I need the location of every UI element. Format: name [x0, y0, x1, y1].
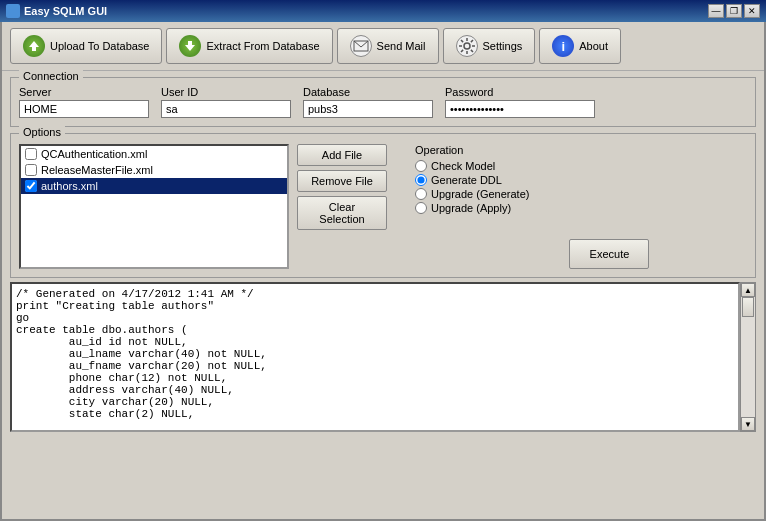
file-list[interactable]: QCAuthentication.xml ReleaseMasterFile.x… [19, 144, 289, 269]
check-model-option[interactable]: Check Model [415, 160, 529, 172]
minimize-button[interactable]: — [708, 4, 724, 18]
send-mail-button[interactable]: Send Mail [337, 28, 439, 64]
password-input[interactable] [445, 100, 595, 118]
file-action-buttons: Add File Remove File Clear Selection [297, 144, 387, 269]
upgrade-generate-option[interactable]: Upgrade (Generate) [415, 188, 529, 200]
svg-rect-1 [32, 47, 36, 51]
userid-field: User ID [161, 86, 291, 118]
svg-marker-0 [29, 41, 39, 47]
about-button[interactable]: i About [539, 28, 621, 64]
toolbar: Upload To Database Extract From Database… [2, 22, 764, 71]
upgrade-apply-option[interactable]: Upgrade (Apply) [415, 202, 529, 214]
server-field: Server [19, 86, 149, 118]
settings-icon [456, 35, 478, 57]
generate-ddl-label: Generate DDL [431, 174, 502, 186]
file-list-item[interactable]: QCAuthentication.xml [21, 146, 287, 162]
options-legend: Options [19, 126, 65, 138]
server-label: Server [19, 86, 149, 98]
title-bar-text: Easy SQLM GUI [24, 5, 107, 17]
connection-group: Connection Server User ID Database Passw… [10, 77, 756, 127]
password-label: Password [445, 86, 595, 98]
scroll-down-button[interactable]: ▼ [741, 417, 755, 431]
svg-point-5 [464, 43, 470, 49]
generate-ddl-radio[interactable] [415, 174, 427, 186]
userid-input[interactable] [161, 100, 291, 118]
title-bar-controls: — ❐ ✕ [708, 4, 760, 18]
app-icon [6, 4, 20, 18]
upload-to-database-button[interactable]: Upload To Database [10, 28, 162, 64]
svg-rect-3 [188, 41, 192, 45]
output-textarea[interactable] [10, 282, 740, 432]
operation-label: Operation [415, 144, 529, 156]
upgrade-generate-label: Upgrade (Generate) [431, 188, 529, 200]
svg-marker-2 [185, 45, 195, 51]
file-list-item[interactable]: ReleaseMasterFile.xml [21, 162, 287, 178]
remove-file-button[interactable]: Remove File [297, 170, 387, 192]
file2-checkbox[interactable] [25, 164, 37, 176]
scrollbar-track[interactable] [741, 297, 755, 417]
upgrade-apply-radio[interactable] [415, 202, 427, 214]
operation-area: Operation Check Model Generate DDL Upgra… [415, 144, 747, 269]
file3-name: authors.xml [41, 180, 98, 192]
file1-name: QCAuthentication.xml [41, 148, 147, 160]
upgrade-apply-label: Upgrade (Apply) [431, 202, 511, 214]
output-panel: ▲ ▼ [10, 282, 756, 432]
extract-icon [179, 35, 201, 57]
title-bar: Easy SQLM GUI — ❐ ✕ [0, 0, 766, 22]
database-input[interactable] [303, 100, 433, 118]
execute-button[interactable]: Execute [569, 239, 649, 269]
scroll-up-button[interactable]: ▲ [741, 283, 755, 297]
file-list-item-selected[interactable]: authors.xml [21, 178, 287, 194]
restore-button[interactable]: ❐ [726, 4, 742, 18]
clear-selection-button[interactable]: Clear Selection [297, 196, 387, 230]
execute-area: Execute [569, 144, 649, 269]
operation-panel: Operation Check Model Generate DDL Upgra… [415, 144, 529, 269]
file3-checkbox[interactable] [25, 180, 37, 192]
extract-button-label: Extract From Database [206, 40, 319, 52]
password-field: Password [445, 86, 595, 118]
add-file-button[interactable]: Add File [297, 144, 387, 166]
userid-label: User ID [161, 86, 291, 98]
main-window: Upload To Database Extract From Database… [0, 22, 766, 521]
connection-legend: Connection [19, 70, 83, 82]
generate-ddl-option[interactable]: Generate DDL [415, 174, 529, 186]
vertical-scrollbar[interactable]: ▲ ▼ [740, 282, 756, 432]
mail-icon [350, 35, 372, 57]
database-label: Database [303, 86, 433, 98]
file1-checkbox[interactable] [25, 148, 37, 160]
extract-from-database-button[interactable]: Extract From Database [166, 28, 332, 64]
options-group: Options QCAuthentication.xml ReleaseMast… [10, 133, 756, 278]
close-button[interactable]: ✕ [744, 4, 760, 18]
upgrade-generate-radio[interactable] [415, 188, 427, 200]
settings-button-label: Settings [483, 40, 523, 52]
settings-button[interactable]: Settings [443, 28, 536, 64]
about-icon: i [552, 35, 574, 57]
database-field: Database [303, 86, 433, 118]
send-mail-button-label: Send Mail [377, 40, 426, 52]
about-button-label: About [579, 40, 608, 52]
file2-name: ReleaseMasterFile.xml [41, 164, 153, 176]
upload-icon [23, 35, 45, 57]
check-model-radio[interactable] [415, 160, 427, 172]
check-model-label: Check Model [431, 160, 495, 172]
scrollbar-thumb[interactable] [742, 297, 754, 317]
server-input[interactable] [19, 100, 149, 118]
upload-button-label: Upload To Database [50, 40, 149, 52]
